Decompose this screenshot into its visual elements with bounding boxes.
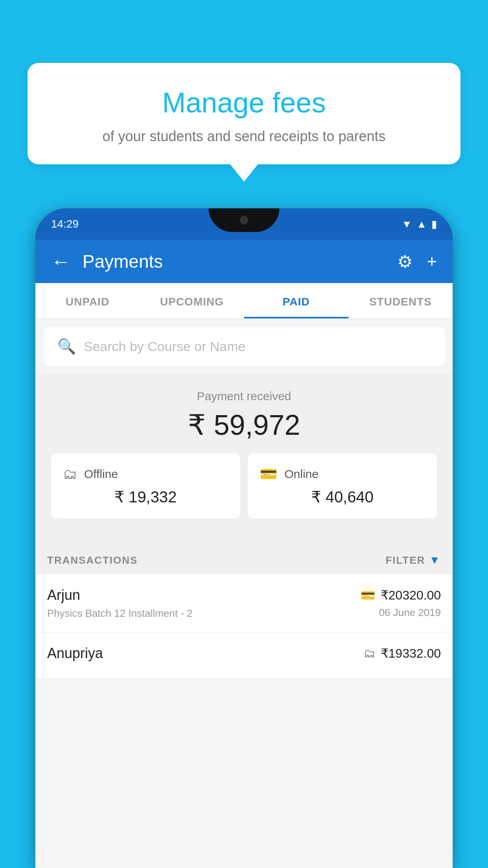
transaction-left: Arjun Physics Batch 12 Installment - 2 (47, 587, 361, 620)
header-icons: ⚙ + (397, 252, 437, 272)
bubble-title: Manage fees (51, 86, 437, 119)
online-card: 💳 Online ₹ 40,640 (248, 453, 437, 519)
total-payment-amount: ₹ 59,972 (43, 408, 445, 441)
table-row[interactable]: Arjun Physics Batch 12 Installment - 2 💳… (35, 574, 453, 633)
status-time: 14:29 (51, 218, 79, 230)
payment-summary: Payment received ₹ 59,972 🗂 Offline ₹ 19… (35, 374, 453, 542)
offline-card-header: 🗂 Offline (63, 466, 228, 482)
online-label: Online (284, 467, 319, 481)
filter-button[interactable]: FILTER ▼ (385, 554, 441, 566)
back-button[interactable]: ← (51, 250, 71, 273)
search-bar[interactable]: 🔍 Search by Course or Name (43, 327, 445, 366)
transaction-detail: Physics Batch 12 Installment - 2 (47, 607, 361, 620)
background: Manage fees of your students and send re… (0, 0, 488, 868)
transaction-amount-row: 🗂 ₹19332.00 (363, 646, 441, 661)
payment-cards: 🗂 Offline ₹ 19,332 💳 Online ₹ 40,640 (43, 453, 445, 530)
status-icons: ▼ ▲ ▮ (402, 218, 437, 230)
status-bar: 14:29 ▼ ▲ ▮ (35, 208, 453, 240)
tab-paid[interactable]: PAID (244, 283, 349, 318)
bubble-subtitle: of your students and send receipts to pa… (51, 128, 437, 145)
wifi-icon: ▼ (402, 218, 412, 230)
online-icon: 💳 (260, 466, 277, 482)
search-placeholder: Search by Course or Name (84, 339, 246, 354)
app-header: ← Payments ⚙ + (35, 240, 453, 283)
tab-students[interactable]: STUDENTS (349, 283, 453, 318)
filter-label: FILTER (385, 554, 425, 566)
phone-frame: 14:29 ▼ ▲ ▮ ← Payments ⚙ + UNPAID UPCOMI… (35, 208, 453, 868)
transaction-amount: ₹20320.00 (381, 588, 441, 603)
transactions-header: TRANSACTIONS FILTER ▼ (35, 542, 453, 574)
offline-card: 🗂 Offline ₹ 19,332 (51, 453, 240, 519)
settings-icon[interactable]: ⚙ (397, 252, 413, 272)
transaction-name: Anupriya (47, 645, 363, 662)
battery-icon: ▮ (431, 218, 437, 230)
card-payment-icon: 💳 (361, 588, 375, 602)
transaction-amount: ₹19332.00 (381, 646, 441, 661)
tab-upcoming[interactable]: UPCOMING (140, 283, 244, 318)
transaction-right: 💳 ₹20320.00 06 June 2019 (361, 588, 441, 619)
add-icon[interactable]: + (427, 252, 437, 271)
offline-amount: ₹ 19,332 (63, 488, 228, 506)
transaction-right: 🗂 ₹19332.00 (363, 646, 441, 665)
payment-received-label: Payment received (43, 390, 445, 403)
online-amount: ₹ 40,640 (260, 488, 425, 506)
offline-payment-icon: 🗂 (363, 647, 375, 660)
tab-unpaid[interactable]: UNPAID (35, 283, 140, 318)
speech-bubble: Manage fees of your students and send re… (28, 63, 460, 164)
transaction-left: Anupriya (47, 645, 363, 666)
online-card-header: 💳 Online (260, 466, 425, 482)
notch (209, 208, 279, 232)
transactions-label: TRANSACTIONS (47, 554, 138, 566)
app-content: 🔍 Search by Course or Name Payment recei… (35, 319, 453, 868)
transaction-name: Arjun (47, 587, 361, 603)
signal-icon: ▲ (416, 218, 427, 230)
tabs-bar: UNPAID UPCOMING PAID STUDENTS (35, 283, 453, 319)
offline-label: Offline (84, 467, 118, 481)
transaction-amount-row: 💳 ₹20320.00 (361, 588, 441, 603)
search-icon: 🔍 (57, 338, 76, 355)
page-title: Payments (83, 251, 385, 272)
offline-icon: 🗂 (63, 466, 77, 482)
camera-dot (240, 216, 248, 224)
table-row[interactable]: Anupriya 🗂 ₹19332.00 (35, 633, 453, 679)
transaction-list: Arjun Physics Batch 12 Installment - 2 💳… (35, 574, 453, 679)
filter-icon: ▼ (429, 554, 441, 566)
transaction-date: 06 June 2019 (361, 607, 441, 619)
speech-bubble-container: Manage fees of your students and send re… (28, 63, 460, 164)
